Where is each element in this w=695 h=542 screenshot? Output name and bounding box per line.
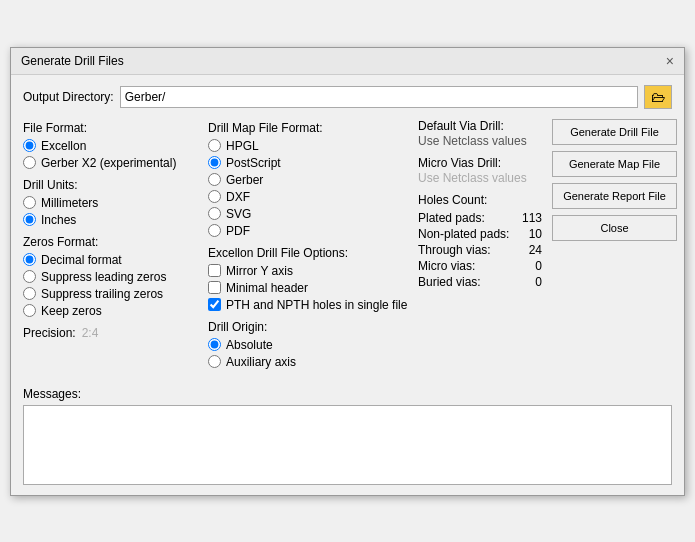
drill-units-label: Drill Units: xyxy=(23,178,198,192)
messages-box[interactable] xyxy=(23,405,672,485)
zeros-decimal-radio[interactable] xyxy=(23,253,36,266)
zeros-format-group: Decimal format Suppress leading zeros Su… xyxy=(23,253,198,318)
excellon-mirror-y-checkbox[interactable] xyxy=(208,264,221,277)
generate-drill-file-button[interactable]: Generate Drill File xyxy=(552,119,677,145)
generate-report-file-button[interactable]: Generate Report File xyxy=(552,183,677,209)
drill-map-format-label: Drill Map File Format: xyxy=(208,121,408,135)
file-format-label: File Format: xyxy=(23,121,198,135)
micro-vias-drill-value: Use Netclass values xyxy=(418,171,542,185)
default-via-drill-label: Default Via Drill: xyxy=(418,119,542,133)
map-gerber[interactable]: Gerber xyxy=(208,173,408,187)
zeros-decimal[interactable]: Decimal format xyxy=(23,253,198,267)
zeros-suppress-trailing-radio[interactable] xyxy=(23,287,36,300)
micro-vias-section: Micro Vias Drill: Use Netclass values xyxy=(418,156,542,185)
map-svg-radio[interactable] xyxy=(208,207,221,220)
column-1: File Format: Excellon Gerber X2 (experim… xyxy=(23,119,198,377)
column-2: Drill Map File Format: HPGL PostScript G… xyxy=(198,119,408,377)
close-button[interactable]: Close xyxy=(552,215,677,241)
output-directory-label: Output Directory: xyxy=(23,90,114,104)
holes-buried-row: Buried vias: 0 xyxy=(418,275,542,289)
precision-row: Precision: 2:4 xyxy=(23,326,198,340)
browse-folder-button[interactable]: 🗁 xyxy=(644,85,672,109)
column-4: Generate Drill File Generate Map File Ge… xyxy=(542,119,672,377)
drill-units-inches[interactable]: Inches xyxy=(23,213,198,227)
zeros-keep[interactable]: Keep zeros xyxy=(23,304,198,318)
map-hpgl[interactable]: HPGL xyxy=(208,139,408,153)
map-pdf-radio[interactable] xyxy=(208,224,221,237)
output-directory-row: Output Directory: 🗁 xyxy=(23,85,672,109)
holes-count-section: Holes Count: Plated pads: 113 Non-plated… xyxy=(418,193,542,289)
holes-nonplated-value: 10 xyxy=(522,227,542,241)
drill-map-format-group: HPGL PostScript Gerber DXF xyxy=(208,139,408,238)
drill-units-mm[interactable]: Millimeters xyxy=(23,196,198,210)
map-postscript-radio[interactable] xyxy=(208,156,221,169)
file-format-gerber-radio[interactable] xyxy=(23,156,36,169)
holes-nonplated-row: Non-plated pads: 10 xyxy=(418,227,542,241)
excellon-pth-npth-checkbox[interactable] xyxy=(208,298,221,311)
drill-units-group: Millimeters Inches xyxy=(23,196,198,227)
default-via-section: Default Via Drill: Use Netclass values xyxy=(418,119,542,148)
main-columns: File Format: Excellon Gerber X2 (experim… xyxy=(23,119,672,377)
file-format-gerber[interactable]: Gerber X2 (experimental) xyxy=(23,156,198,170)
drill-origin-label: Drill Origin: xyxy=(208,320,408,334)
map-dxf-radio[interactable] xyxy=(208,190,221,203)
holes-buried-value: 0 xyxy=(522,275,542,289)
excellon-mirror-y[interactable]: Mirror Y axis xyxy=(208,264,408,278)
origin-absolute-radio[interactable] xyxy=(208,338,221,351)
zeros-suppress-trailing[interactable]: Suppress trailing zeros xyxy=(23,287,198,301)
holes-count-label: Holes Count: xyxy=(418,193,542,207)
holes-through-label: Through vias: xyxy=(418,243,491,257)
action-buttons: Generate Drill File Generate Map File Ge… xyxy=(552,119,672,241)
messages-wrapper xyxy=(23,405,672,485)
holes-buried-label: Buried vias: xyxy=(418,275,481,289)
dialog-body: Output Directory: 🗁 File Format: Excello… xyxy=(11,75,684,495)
map-hpgl-radio[interactable] xyxy=(208,139,221,152)
precision-label: Precision: xyxy=(23,326,76,340)
map-svg[interactable]: SVG xyxy=(208,207,408,221)
holes-through-value: 24 xyxy=(522,243,542,257)
origin-auxiliary-radio[interactable] xyxy=(208,355,221,368)
close-window-button[interactable]: × xyxy=(666,54,674,68)
holes-plated-label: Plated pads: xyxy=(418,211,485,225)
zeros-format-label: Zeros Format: xyxy=(23,235,198,249)
holes-through-row: Through vias: 24 xyxy=(418,243,542,257)
excellon-options-group: Mirror Y axis Minimal header PTH and NPT… xyxy=(208,264,408,312)
holes-nonplated-label: Non-plated pads: xyxy=(418,227,509,241)
holes-plated-row: Plated pads: 113 xyxy=(418,211,542,225)
zeros-keep-radio[interactable] xyxy=(23,304,36,317)
origin-absolute[interactable]: Absolute xyxy=(208,338,408,352)
micro-vias-drill-label: Micro Vias Drill: xyxy=(418,156,542,170)
generate-drill-files-dialog: Generate Drill Files × Output Directory:… xyxy=(10,47,685,496)
map-gerber-radio[interactable] xyxy=(208,173,221,186)
dialog-title: Generate Drill Files xyxy=(21,54,124,68)
zeros-suppress-leading[interactable]: Suppress leading zeros xyxy=(23,270,198,284)
zeros-suppress-leading-radio[interactable] xyxy=(23,270,36,283)
drill-origin-group: Absolute Auxiliary axis xyxy=(208,338,408,369)
column-3: Default Via Drill: Use Netclass values M… xyxy=(408,119,542,377)
folder-icon: 🗁 xyxy=(651,89,665,105)
output-directory-input[interactable] xyxy=(120,86,638,108)
title-bar: Generate Drill Files × xyxy=(11,48,684,75)
map-pdf[interactable]: PDF xyxy=(208,224,408,238)
holes-micro-value: 0 xyxy=(522,259,542,273)
holes-micro-label: Micro vias: xyxy=(418,259,475,273)
excellon-minimal-header-checkbox[interactable] xyxy=(208,281,221,294)
excellon-minimal-header[interactable]: Minimal header xyxy=(208,281,408,295)
holes-micro-row: Micro vias: 0 xyxy=(418,259,542,273)
map-dxf[interactable]: DXF xyxy=(208,190,408,204)
generate-map-file-button[interactable]: Generate Map File xyxy=(552,151,677,177)
map-postscript[interactable]: PostScript xyxy=(208,156,408,170)
excellon-options-label: Excellon Drill File Options: xyxy=(208,246,408,260)
file-format-excellon-radio[interactable] xyxy=(23,139,36,152)
default-via-drill-value: Use Netclass values xyxy=(418,134,542,148)
messages-label: Messages: xyxy=(23,387,672,401)
messages-section: Messages: xyxy=(23,387,672,485)
excellon-pth-npth[interactable]: PTH and NPTH holes in single file xyxy=(208,298,408,312)
drill-units-inches-radio[interactable] xyxy=(23,213,36,226)
drill-units-mm-radio[interactable] xyxy=(23,196,36,209)
file-format-excellon[interactable]: Excellon xyxy=(23,139,198,153)
file-format-group: Excellon Gerber X2 (experimental) xyxy=(23,139,198,170)
precision-value: 2:4 xyxy=(82,326,99,340)
origin-auxiliary[interactable]: Auxiliary axis xyxy=(208,355,408,369)
holes-plated-value: 113 xyxy=(522,211,542,225)
